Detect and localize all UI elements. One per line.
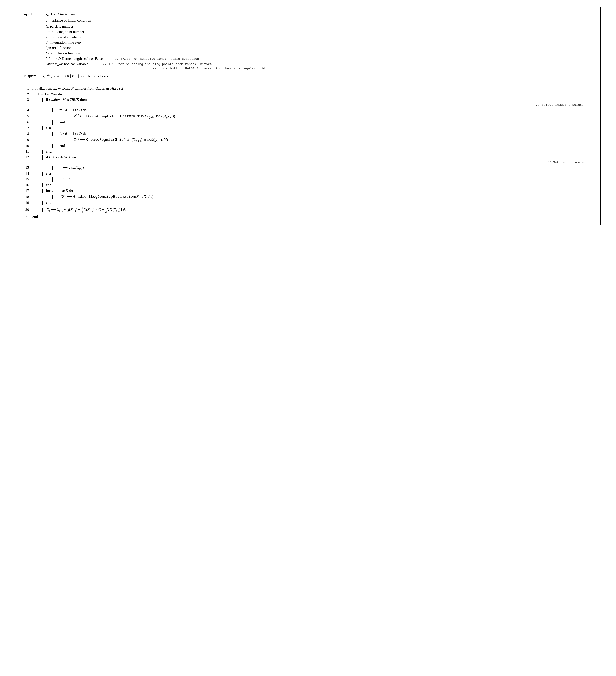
input-label: Input: bbox=[22, 12, 43, 16]
line-content-16: end bbox=[33, 183, 594, 187]
line-content-18: G(d) ⟵ GradientLogDensityEstimation(Xt−1… bbox=[33, 194, 594, 200]
line-num-17: 17 bbox=[22, 188, 33, 193]
line-content-comment1: // Select inducing points bbox=[33, 103, 594, 107]
line-content-comment2: // Set length scale bbox=[33, 161, 594, 164]
line-content-6: end bbox=[33, 120, 594, 125]
line-content-9: Z(d) ⟵ CreateRegularGrid(min(X(d)t-1), m… bbox=[33, 137, 594, 143]
comment-set-length: // Set length scale bbox=[548, 161, 584, 164]
input-l0: l_0: 1 × D Kernel length scale or False … bbox=[46, 56, 594, 61]
line-15: 15 l ⟵ l_0 bbox=[22, 177, 594, 182]
line-3: 3 if random_M is TRUE then bbox=[22, 98, 594, 102]
line-9: 9 Z(d) ⟵ CreateRegularGrid(min(X(d)t-1),… bbox=[22, 137, 594, 143]
line-17: 17 for d ← 1 to D do bbox=[22, 188, 594, 193]
input-s0: s0: variance of initial condition bbox=[46, 18, 594, 23]
input-random-M: random_M: boolean variable // TRUE for s… bbox=[46, 62, 594, 70]
line-num-6: 6 bbox=[22, 120, 33, 124]
line-num-14: 14 bbox=[22, 171, 33, 176]
line-content-15: l ⟵ l_0 bbox=[33, 177, 594, 182]
input-N: N: particle number bbox=[46, 24, 594, 29]
line-13: 13 l ⟵ 2 std(Xt−1) bbox=[22, 165, 594, 170]
input-section: Input: x0: 1 × D initial condition s0: v… bbox=[22, 12, 594, 70]
line-content-19: end bbox=[33, 201, 594, 205]
line-num-18: 18 bbox=[22, 194, 33, 199]
output-section: Output: {Xt}T/dtt=0: N × D × ⌈T/dt⌉ part… bbox=[22, 73, 594, 79]
line-content-1: Initialization: X0 ← Draw N samples from… bbox=[33, 86, 594, 91]
line-14: 14 else bbox=[22, 171, 594, 176]
line-8: 8 for d ← 1 to D do bbox=[22, 131, 594, 136]
line-20: 20 Xt ⟵ Xt−1 + (f(Xt−1) − 12D(Xt−1) ∘ G … bbox=[22, 206, 594, 214]
input-x0: x0: 1 × D initial condition bbox=[43, 12, 83, 17]
line-num-5: 5 bbox=[22, 114, 33, 118]
line-7: 7 else bbox=[22, 126, 594, 130]
line-comment-select: // Select inducing points bbox=[22, 103, 594, 107]
line-12: 12 if l_0 is FALSE then bbox=[22, 155, 594, 160]
input-T: T: duration of simulation bbox=[46, 35, 594, 39]
line-5: 5 Z(d) ⟵ Draw M samples from Uniform(min… bbox=[22, 113, 594, 119]
line-21: 21 end bbox=[22, 215, 594, 219]
output-text: {Xt}T/dtt=0: N × D × ⌈T/dt⌉ particle tra… bbox=[37, 74, 108, 78]
line-content-14: else bbox=[33, 171, 594, 176]
line-num-3: 3 bbox=[22, 98, 33, 102]
line-16: 16 end bbox=[22, 183, 594, 187]
line-num-13: 13 bbox=[22, 165, 33, 170]
line-content-2: for t ← 1 to T/dt do bbox=[33, 92, 594, 97]
line-num-15: 15 bbox=[22, 177, 33, 181]
line-num-4: 4 bbox=[22, 108, 33, 112]
line-content-13: l ⟵ 2 std(Xt−1) bbox=[33, 165, 594, 170]
line-num-16: 16 bbox=[22, 183, 33, 187]
line-comment-length: // Set length scale bbox=[22, 161, 594, 164]
output-label: Output: bbox=[22, 74, 36, 78]
line-num-10: 10 bbox=[22, 144, 33, 148]
line-10: 10 end bbox=[22, 144, 594, 148]
line-4: 4 for d ← 1 to D do bbox=[22, 108, 594, 113]
line-content-10: end bbox=[33, 144, 594, 148]
line-11: 11 end bbox=[22, 149, 594, 154]
line-content-3: if random_M is TRUE then bbox=[33, 98, 594, 102]
line-num-9: 9 bbox=[22, 137, 33, 142]
line-num-1: 1 bbox=[22, 86, 33, 91]
line-18: 18 G(d) ⟵ GradientLogDensityEstimation(X… bbox=[22, 194, 594, 200]
input-D: D(·): diffusion function bbox=[46, 51, 594, 55]
input-M: M: inducing point number bbox=[46, 30, 594, 34]
comment-select-inducing: // Select inducing points bbox=[536, 103, 583, 107]
line-6: 6 end bbox=[22, 120, 594, 125]
line-num-12: 12 bbox=[22, 155, 33, 159]
line-content-17: for d ← 1 to D do bbox=[33, 188, 594, 193]
line-num-21: 21 bbox=[22, 215, 33, 219]
algorithm-box: Input: x0: 1 × D initial condition s0: v… bbox=[15, 7, 601, 225]
line-content-8: for d ← 1 to D do bbox=[33, 131, 594, 136]
line-num-19: 19 bbox=[22, 201, 33, 205]
line-num-11: 11 bbox=[22, 149, 33, 154]
input-f: f(·): drift function bbox=[46, 46, 594, 50]
line-content-21: end bbox=[33, 215, 594, 219]
line-2: 2 for t ← 1 to T/dt do bbox=[22, 92, 594, 97]
line-num-8: 8 bbox=[22, 131, 33, 136]
line-19: 19 end bbox=[22, 201, 594, 205]
line-content-4: for d ← 1 to D do bbox=[33, 108, 594, 113]
line-content-7: else bbox=[33, 126, 594, 130]
line-1: 1 Initialization: X0 ← Draw N samples fr… bbox=[22, 86, 594, 91]
line-num-7: 7 bbox=[22, 126, 33, 130]
code-lines: 1 Initialization: X0 ← Draw N samples fr… bbox=[22, 86, 594, 219]
input-dt: dt: integration time step bbox=[46, 40, 594, 45]
line-content-11: end bbox=[33, 149, 594, 154]
line-content-12: if l_0 is FALSE then bbox=[33, 155, 594, 160]
line-content-5: Z(d) ⟵ Draw M samples from Uniform(min(X… bbox=[33, 113, 594, 119]
line-num-20: 20 bbox=[22, 208, 33, 212]
line-content-20: Xt ⟵ Xt−1 + (f(Xt−1) − 12D(Xt−1) ∘ G − 1… bbox=[33, 206, 594, 214]
line-num-2: 2 bbox=[22, 92, 33, 97]
